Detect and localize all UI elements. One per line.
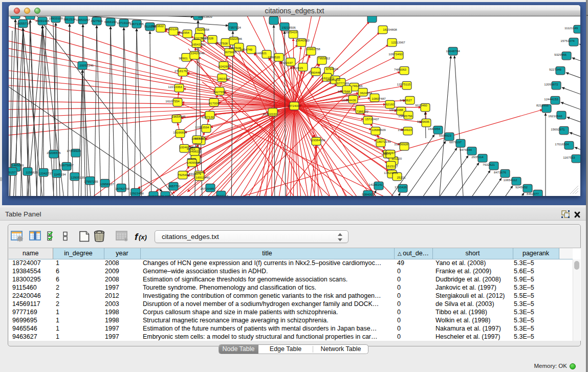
svg-text:3675685: 3675685: [224, 50, 237, 54]
svg-text:25221: 25221: [397, 176, 406, 179]
svg-text:101120: 101120: [391, 157, 402, 160]
svg-text:1527601: 1527601: [91, 19, 103, 23]
svg-text:7625402: 7625402: [178, 173, 190, 177]
svg-text:9327508: 9327508: [215, 41, 228, 45]
svg-text:12342737: 12342737: [38, 171, 53, 175]
svg-text:20206576: 20206576: [47, 151, 61, 155]
svg-text:2935114: 2935114: [471, 155, 484, 159]
svg-text:867833: 867833: [195, 137, 206, 140]
svg-text:9245652: 9245652: [515, 185, 528, 189]
svg-text:11121149: 11121149: [564, 26, 578, 30]
svg-text:746266: 746266: [352, 84, 363, 87]
svg-text:9777169: 9777169: [337, 81, 350, 85]
svg-text:1145194: 1145194: [54, 172, 66, 176]
svg-text:8990448: 8990448: [309, 71, 321, 74]
svg-text:1615117: 1615117: [386, 164, 398, 168]
svg-text:12444153: 12444153: [544, 97, 558, 101]
svg-text:14055714: 14055714: [16, 21, 30, 25]
svg-text:10025488: 10025488: [389, 108, 403, 112]
svg-text:10756928: 10756928: [394, 142, 408, 146]
svg-text:19654985: 19654985: [171, 115, 186, 118]
svg-text:5938923: 5938923: [439, 134, 452, 137]
svg-text:12923488: 12923488: [129, 191, 144, 195]
svg-text:8454749: 8454749: [240, 48, 253, 51]
svg-text:14099489: 14099489: [187, 161, 201, 164]
svg-text:8714093: 8714093: [159, 194, 172, 196]
svg-text:10961758: 10961758: [306, 47, 320, 51]
svg-text:8267130: 8267130: [202, 115, 214, 119]
svg-text:16648784: 16648784: [446, 49, 460, 53]
svg-text:15716485: 15716485: [200, 187, 214, 190]
svg-text:16671355: 16671355: [129, 22, 144, 26]
svg-text:(x): (x): [139, 233, 147, 241]
svg-text:9242848: 9242848: [219, 64, 231, 68]
svg-text:3624554: 3624554: [360, 91, 373, 95]
svg-text:9384009: 9384009: [362, 192, 375, 196]
svg-text:16933109: 16933109: [49, 16, 63, 20]
svg-text:6879197: 6879197: [449, 140, 462, 144]
svg-text:9322546: 9322546: [230, 37, 243, 40]
svg-text:13640910: 13640910: [295, 38, 310, 42]
svg-text:1485001: 1485001: [12, 163, 25, 167]
svg-text:14586233: 14586233: [326, 78, 340, 81]
svg-text:10046788: 10046788: [179, 145, 193, 149]
svg-text:12213967: 12213967: [391, 40, 405, 44]
svg-text:15495756: 15495756: [398, 114, 412, 118]
svg-text:18724007: 18724007: [287, 104, 301, 107]
svg-text:12975115: 12975115: [397, 82, 411, 86]
svg-text:6914479: 6914479: [189, 172, 202, 176]
svg-text:9329966: 9329966: [554, 53, 567, 56]
svg-text:2718176: 2718176: [175, 69, 187, 73]
svg-text:8471676: 8471676: [494, 170, 507, 174]
svg-text:7632621: 7632621: [483, 163, 495, 166]
svg-text:1362615: 1362615: [291, 66, 303, 70]
svg-text:20091406: 20091406: [35, 19, 50, 23]
svg-text:9463627: 9463627: [400, 98, 412, 102]
svg-text:12353594: 12353594: [195, 125, 209, 129]
svg-text:9699695: 9699695: [417, 120, 430, 123]
svg-text:10943217: 10943217: [214, 194, 228, 196]
svg-text:417006: 417006: [209, 101, 220, 105]
svg-text:9227349: 9227349: [549, 68, 562, 71]
svg-text:1167533: 1167533: [563, 156, 575, 159]
svg-text:3498222: 3498222: [189, 149, 202, 153]
svg-text:98901: 98901: [179, 56, 188, 60]
svg-text:10053809: 10053809: [198, 16, 212, 18]
svg-text:10958127: 10958127: [100, 182, 114, 186]
svg-text:6466160: 6466160: [104, 20, 117, 24]
svg-text:6897568: 6897568: [338, 90, 351, 93]
svg-text:f: f: [135, 231, 139, 242]
svg-text:99489: 99489: [187, 157, 196, 161]
svg-text:8660124: 8660124: [165, 27, 178, 31]
svg-text:8671: 8671: [384, 152, 391, 156]
svg-text:8813054: 8813054: [271, 16, 284, 17]
svg-text:17016504: 17016504: [555, 142, 569, 146]
svg-text:1588520: 1588520: [268, 55, 280, 59]
svg-text:8912954: 8912954: [177, 31, 190, 34]
svg-text:18072149: 18072149: [377, 140, 391, 143]
svg-text:12093872: 12093872: [544, 82, 558, 86]
svg-text:13325419: 13325419: [283, 30, 297, 34]
svg-text:62160: 62160: [385, 102, 395, 106]
svg-text:9657791: 9657791: [168, 184, 181, 188]
svg-text:8186328: 8186328: [201, 36, 214, 40]
svg-text:19166827: 19166827: [173, 130, 187, 134]
svg-text:2867608: 2867608: [229, 46, 242, 50]
svg-text:9322037: 9322037: [280, 61, 293, 64]
svg-text:10719185: 10719185: [117, 21, 131, 25]
svg-text:10653267: 10653267: [76, 18, 90, 21]
svg-text:19218506: 19218506: [281, 26, 296, 29]
svg-text:16543362: 16543362: [191, 42, 206, 46]
svg-text:9360557: 9360557: [24, 16, 37, 17]
svg-text:13524851: 13524851: [384, 171, 398, 174]
svg-text:20053346: 20053346: [79, 63, 94, 67]
svg-text:7955812: 7955812: [318, 56, 331, 60]
svg-text:7357224: 7357224: [229, 26, 242, 29]
svg-text:10975867: 10975867: [59, 163, 74, 167]
svg-text:22420046: 22420046: [190, 51, 205, 55]
svg-text:10973493: 10973493: [388, 52, 403, 56]
svg-text:19654923: 19654923: [398, 128, 412, 132]
svg-text:8427552: 8427552: [213, 90, 226, 94]
svg-text:7386322: 7386322: [356, 110, 369, 113]
svg-text:1640954: 1640954: [428, 127, 441, 130]
